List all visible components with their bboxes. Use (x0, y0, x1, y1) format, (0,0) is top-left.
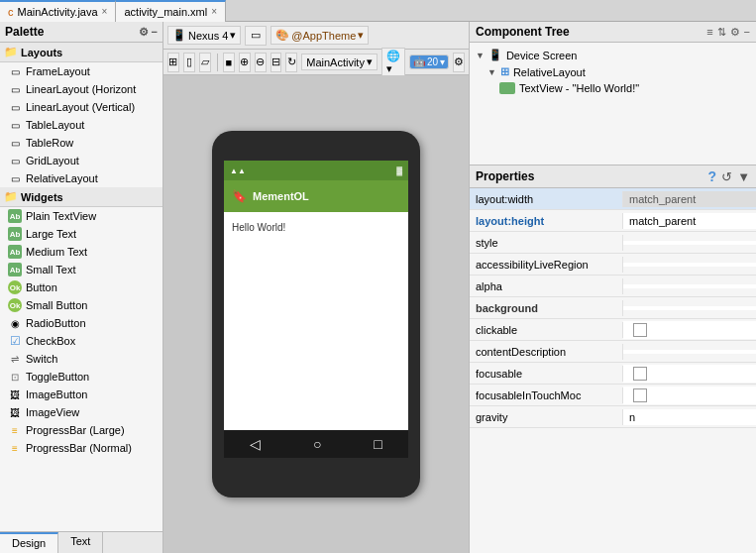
list-item[interactable]: Ab Small Text (0, 261, 162, 278)
landscape-device-btn[interactable]: ▱ (199, 53, 211, 72)
list-item[interactable]: ▭ GridLayout (0, 152, 162, 169)
list-item[interactable]: ⊡ ToggleButton (0, 368, 162, 386)
properties-table: layout:width match_parent layout:height … (470, 188, 756, 553)
palette-section-widgets[interactable]: 📁 Widgets (0, 187, 162, 207)
list-item[interactable]: Ab Large Text (0, 225, 162, 243)
tab-mainactivity-label: MainActivity.java (18, 6, 98, 18)
ab-icon: Ab (8, 209, 22, 223)
expand-arrow: ▼ (487, 67, 496, 77)
list-item[interactable]: ☑ CheckBox (0, 332, 162, 350)
apptheme-dropdown[interactable]: 🎨 @AppTheme ▾ (270, 26, 369, 45)
help-icon[interactable]: ? (708, 168, 717, 184)
list-item[interactable]: ▭ TableRow (0, 134, 162, 152)
tab-design[interactable]: Design (0, 532, 58, 553)
prop-value[interactable] (623, 263, 756, 267)
tree-item-relativelayout[interactable]: ▼ ⊞ RelativeLayout (487, 63, 750, 80)
prop-row-focusable[interactable]: focusable (470, 363, 756, 385)
properties-header: Properties ? ↺ ▼ (470, 166, 756, 188)
item-label: Medium Text (26, 246, 87, 258)
list-item[interactable]: Ok Small Button (0, 296, 162, 314)
prop-row-gravity[interactable]: gravity n (470, 406, 756, 428)
overview-btn[interactable]: ⊞ (167, 53, 179, 72)
refresh-btn[interactable]: ↻ (285, 53, 297, 72)
prop-row-style[interactable]: style (470, 232, 756, 254)
properties-title: Properties (476, 169, 534, 183)
zoom-out-btn[interactable]: ⊖ (255, 53, 267, 72)
tab-mainactivity[interactable]: c MainActivity.java × (0, 0, 116, 22)
list-item[interactable]: ◉ RadioButton (0, 314, 162, 332)
expand-arrow: ▼ (476, 51, 485, 60)
tab-activity-main[interactable]: activity_main.xml × (116, 0, 226, 22)
canvas-area[interactable]: ▲▲ ▓ 🔖 MementOL Hello World! ◁ ○ □ (163, 75, 469, 553)
list-item[interactable]: ≡ ProgressBar (Large) (0, 421, 162, 439)
prop-value[interactable] (623, 365, 756, 383)
list-item[interactable]: 🖼 ImageView (0, 403, 162, 421)
prop-row-focusableintouchmode[interactable]: focusableInTouchMoc (470, 385, 756, 406)
list-item[interactable]: ▭ FrameLayout (0, 62, 162, 80)
prop-value[interactable] (623, 321, 756, 339)
home-btn[interactable]: ○ (313, 436, 321, 452)
list-item[interactable]: Ab Plain TextView (0, 207, 162, 225)
prop-row-accessibility[interactable]: accessibilityLiveRegion (470, 254, 756, 276)
list-item[interactable]: Ab Medium Text (0, 243, 162, 261)
palette-settings-icon[interactable]: ⚙ (139, 26, 149, 39)
prop-value[interactable]: match_parent (623, 213, 756, 229)
prop-row-contentdesc[interactable]: contentDescription (470, 341, 756, 363)
activity-dropdown[interactable]: MainActivity ▾ (301, 54, 378, 70)
close-tab-activity-main[interactable]: × (211, 6, 217, 17)
prop-row-layout-width[interactable]: layout:width match_parent (470, 188, 756, 210)
square-btn[interactable]: ■ (223, 53, 235, 72)
palette-minus-icon[interactable]: − (152, 26, 158, 39)
list-item[interactable]: ▭ LinearLayout (Vertical) (0, 98, 162, 116)
list-item[interactable]: ≡ ProgressBar (Normal) (0, 439, 162, 457)
filter-icon[interactable]: ▼ (737, 169, 750, 184)
prop-value[interactable] (623, 284, 756, 288)
globe-btn[interactable]: 🌐 ▾ (381, 48, 405, 77)
prop-value[interactable] (623, 350, 756, 354)
list-item[interactable]: ▭ TableLayout (0, 116, 162, 134)
component-tree-panel: Component Tree ≡ ⇅ ⚙ − ▼ 📱 Device Screen… (470, 22, 756, 166)
chevron-down-icon: ▾ (230, 29, 236, 42)
portrait-device-btn[interactable]: ▯ (183, 53, 195, 72)
settings-icon[interactable]: ⚙ (730, 26, 740, 39)
prop-value[interactable]: n (623, 409, 756, 425)
recents-btn[interactable]: □ (374, 436, 381, 452)
list-item[interactable]: ⇌ Switch (0, 350, 162, 368)
focusabletouchmode-checkbox[interactable] (633, 388, 647, 402)
nexus-label: Nexus 4 (188, 30, 228, 42)
list-item[interactable]: ▭ RelativeLayout (0, 169, 162, 187)
battery-icon: ▓ (396, 166, 402, 175)
prop-value[interactable] (623, 306, 756, 310)
list-item[interactable]: 🖼 ImageButton (0, 386, 162, 403)
list-item[interactable]: ▭ LinearLayout (Horizont (0, 80, 162, 98)
prop-value[interactable] (623, 241, 756, 245)
undo-icon[interactable]: ↺ (721, 169, 732, 184)
api-badge[interactable]: 🤖 20 ▾ (409, 55, 449, 69)
palette-section-layouts[interactable]: 📁 Layouts (0, 43, 162, 62)
prop-value[interactable] (623, 387, 756, 404)
layout-icon: ▭ (8, 136, 22, 150)
prop-name: alpha (470, 278, 623, 294)
minus-icon[interactable]: − (744, 26, 750, 39)
prop-row-layout-height[interactable]: layout:height match_parent (470, 210, 756, 232)
zoom-in-btn[interactable]: ⊕ (239, 53, 251, 72)
back-btn[interactable]: ◁ (250, 436, 261, 452)
fit-btn[interactable]: ⊟ (270, 53, 282, 72)
nexus-dropdown[interactable]: 📱 Nexus 4 ▾ (167, 26, 241, 45)
prop-row-clickable[interactable]: clickable (470, 319, 756, 341)
tab-text[interactable]: Text (58, 532, 103, 553)
prop-value[interactable]: match_parent (623, 191, 756, 207)
tree-item-textview[interactable]: Ab TextView - "Hello World!" (499, 80, 750, 96)
prop-row-alpha[interactable]: alpha (470, 276, 756, 297)
settings-btn[interactable]: ⚙ (453, 53, 465, 72)
close-tab-mainactivity[interactable]: × (102, 6, 108, 17)
sort-icon[interactable]: ≡ (706, 26, 712, 39)
prop-row-background[interactable]: background (470, 297, 756, 319)
tree-item-device-screen[interactable]: ▼ 📱 Device Screen (476, 47, 750, 63)
list-item[interactable]: Ok Button (0, 278, 162, 296)
focusable-checkbox[interactable] (633, 367, 647, 381)
api-label: 20 (427, 56, 438, 67)
portrait-btn[interactable]: ▭ (245, 26, 267, 46)
sort2-icon[interactable]: ⇅ (717, 26, 726, 39)
clickable-checkbox[interactable] (633, 323, 647, 337)
